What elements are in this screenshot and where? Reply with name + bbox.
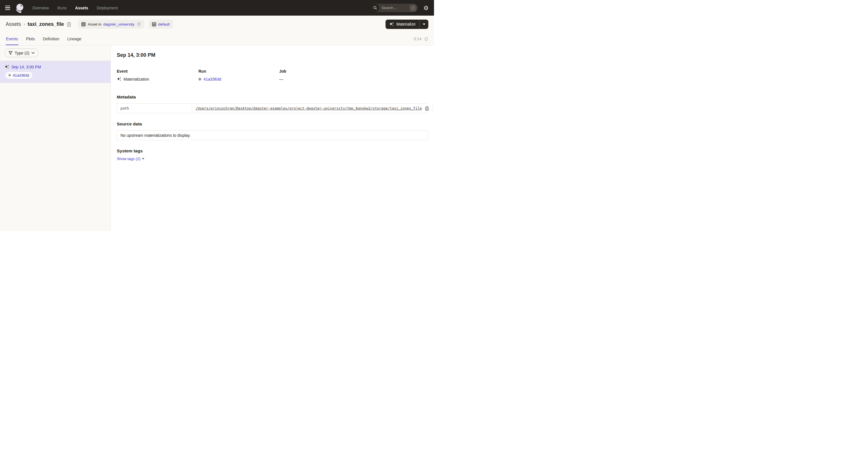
materialize-button[interactable]: Materialize [385, 20, 419, 29]
asset-grid-icon [81, 22, 86, 26]
run-id-link[interactable]: 41a3363d [204, 77, 221, 82]
gear-icon[interactable] [423, 4, 430, 11]
event-type-value: Materialization [124, 77, 149, 82]
type-filter-label: Type (2) [15, 51, 29, 55]
materialization-sparkle-icon [117, 77, 121, 82]
show-tags-label: Show tags (2) [117, 157, 140, 161]
event-column-label: Event [117, 69, 198, 74]
run-status-dot [8, 74, 11, 76]
top-nav: Overview Runs Assets Deployment / [0, 0, 434, 16]
run-id-label: 41a3363d [13, 73, 29, 78]
tab-lineage[interactable]: Lineage [67, 33, 82, 45]
event-detail-title: Sep 14, 3:00 PM [117, 52, 428, 58]
materialize-label: Materialize [396, 22, 415, 26]
source-data-empty-message: No upstream materializations to display. [121, 133, 190, 138]
event-summary-row: Event Materialization Run 41a3363d [117, 69, 428, 82]
run-status-dot [198, 78, 201, 81]
event-list-item-selected[interactable]: Sep 14, 3:00 PM 41a3363d [0, 61, 111, 83]
type-filter-button[interactable]: Type (2) [4, 49, 38, 57]
events-sidebar: Type (2) Sep 14, 3:00 PM 41a3363d [0, 46, 111, 231]
system-tags-section: System tags Show tags (2) [117, 148, 428, 161]
search-input[interactable] [379, 6, 410, 10]
chevron-down-icon [423, 24, 426, 25]
asset-tabs: Events Plots Definition Lineage 0:14 [0, 33, 434, 46]
chevron-down-icon [31, 52, 35, 54]
materialization-sparkle-icon [4, 65, 9, 69]
run-column-label: Run [198, 69, 279, 74]
asset-in-label: Asset in [88, 22, 101, 26]
event-detail-panel: Sep 14, 3:00 PM Event Materialization Ru… [111, 46, 434, 231]
refresh-icon[interactable] [424, 37, 428, 41]
nav-link-assets[interactable]: Assets [75, 6, 88, 10]
materialize-split-button: Materialize [385, 20, 428, 29]
refresh-countdown: 0:14 [414, 37, 422, 41]
event-timestamp-link[interactable]: Sep 14, 3:00 PM [11, 65, 41, 69]
nav-link-deployment[interactable]: Deployment [97, 6, 118, 10]
tab-plots[interactable]: Plots [26, 33, 35, 45]
source-data-empty-box: No upstream materializations to display. [117, 130, 428, 140]
search-icon [371, 4, 379, 12]
nav-link-runs[interactable]: Runs [57, 6, 67, 10]
filter-funnel-icon [8, 51, 12, 55]
metadata-table: path /Users/erincochran/Desktop/dagster-… [117, 103, 428, 113]
breadcrumb-separator: › [24, 22, 25, 27]
metadata-empty-cell [433, 104, 434, 113]
metadata-section: Metadata path /Users/erincochran/Desktop… [117, 94, 428, 113]
group-grid-icon [152, 22, 156, 26]
source-data-section: Source data No upstream materializations… [117, 121, 428, 140]
job-column-label: Job [279, 69, 286, 74]
nav-links: Overview Runs Assets Deployment [32, 6, 118, 10]
metadata-key-cell: path [117, 104, 192, 113]
metadata-heading: Metadata [117, 94, 428, 99]
dagster-logo[interactable] [15, 3, 25, 13]
materialize-dropdown-button[interactable] [419, 20, 428, 29]
tab-definition[interactable]: Definition [42, 33, 60, 45]
job-value: — [279, 77, 283, 82]
copy-asset-name-icon[interactable] [66, 21, 72, 27]
code-location-link[interactable]: dagster_university [103, 22, 134, 26]
hamburger-menu-button[interactable] [3, 3, 12, 13]
system-tags-heading: System tags [117, 148, 428, 153]
copy-path-icon[interactable] [424, 106, 430, 111]
group-link[interactable]: default [158, 22, 170, 26]
metadata-path-link[interactable]: /Users/erincochran/Desktop/dagster-examp… [195, 106, 422, 110]
tab-events[interactable]: Events [6, 33, 19, 45]
breadcrumb-assets-link[interactable]: Assets [6, 21, 21, 27]
page-title: taxi_zones_file [28, 21, 64, 27]
reload-location-icon[interactable] [137, 22, 141, 26]
caret-down-icon [142, 158, 144, 160]
filter-bar: Type (2) [0, 46, 111, 61]
group-badge: default [149, 20, 173, 29]
code-location-badge: Asset in dagster_university [78, 20, 144, 29]
nav-link-overview[interactable]: Overview [32, 6, 49, 10]
sparkle-icon [389, 22, 394, 27]
search-shortcut-badge: / [410, 4, 416, 11]
source-data-heading: Source data [117, 121, 428, 126]
show-tags-toggle[interactable]: Show tags (2) [117, 157, 144, 161]
asset-header-row: Assets › taxi_zones_file Asset in dagste… [0, 16, 434, 33]
search-box[interactable]: / [371, 4, 417, 12]
run-id-pill[interactable]: 41a3363d [5, 72, 32, 79]
metadata-value-cell: /Users/erincochran/Desktop/dagster-examp… [192, 104, 433, 113]
